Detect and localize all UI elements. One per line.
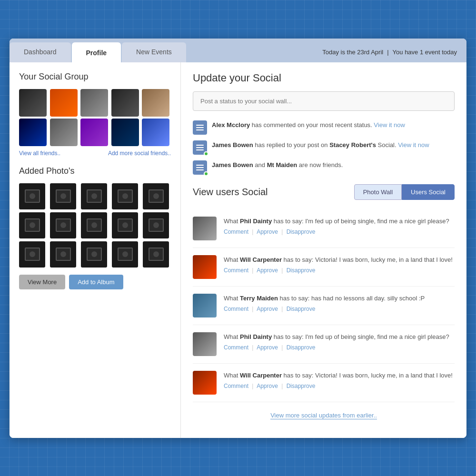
users-social-tab[interactable]: Users Social [402,184,455,200]
activity-action-1: has commented on your most recent status… [252,121,374,129]
post-text-2: What Will Carpenter has to say: Victoria… [224,255,455,265]
post-actions-3: Comment | Approve | Disapprove [224,306,455,312]
event-text: You have 1 event today [393,49,457,56]
approve-link-1[interactable]: Approve [257,228,278,235]
lines-icon-1 [196,125,204,130]
friends-grid [19,89,171,146]
post-content-4: What Phil Dainty has to say: I'm fed up … [224,332,455,356]
disapprove-link-4[interactable]: Disapprove [287,344,316,351]
friend-avatar-3[interactable] [80,89,108,117]
friend-avatar-6[interactable] [19,119,47,146]
post-content-2: What Will Carpenter has to say: Victoria… [224,255,455,279]
disapprove-link-3[interactable]: Disapprove [287,306,316,312]
post-text-1: What Phil Dainty has to say: I'm fed up … [224,217,455,226]
post-actions-5: Comment | Approve | Disapprove [224,383,455,389]
view-more-link[interactable]: View more social updates from earlier.. [270,412,377,419]
disapprove-link-5[interactable]: Disapprove [287,383,316,389]
friend-avatar-9[interactable] [111,119,139,146]
line [196,125,204,126]
friend-avatar-8[interactable] [80,119,108,146]
view-more-section: View more social updates from earlier.. [193,402,455,428]
activity-author-2: James Bowen [212,141,253,149]
line [196,129,204,130]
sep: | [281,383,283,389]
friends-links: View all friends.. Add more social frien… [19,150,171,157]
post-avatar-3 [193,294,217,317]
post-1: What Phil Dainty has to say: I'm fed up … [193,209,455,248]
activity-feed: Alex Mcclory has commented on your most … [193,120,455,175]
view-more-button[interactable]: View More [19,275,65,289]
post-author-5: Will Carpenter [240,372,282,379]
tab-dashboard[interactable]: Dashboard [10,42,71,62]
date-text: Today is the 23rd April [322,49,383,56]
photo-thumb-3[interactable] [81,183,107,209]
add-more-friends-link[interactable]: Add more social friends.. [108,150,171,157]
sep: | [252,383,253,389]
add-to-album-button[interactable]: Add to Album [69,275,123,289]
lines-icon-2 [196,145,204,150]
sep: | [252,267,253,274]
activity-item-2: James Bowen has replied to your post on … [193,140,455,155]
disapprove-link-1[interactable]: Disapprove [287,228,316,235]
photo-thumb-1[interactable] [19,183,45,209]
friend-avatar-5[interactable] [142,89,169,117]
approve-link-2[interactable]: Approve [257,267,278,274]
comment-link-2[interactable]: Comment [224,267,248,274]
photo-thumb-13[interactable] [81,241,107,268]
activity-link-2[interactable]: View it now [398,141,429,149]
photo-thumb-12[interactable] [50,241,76,268]
photo-wall-tab[interactable]: Photo Wall [354,184,402,200]
main-content: Your Social Group View all friends.. Add… [10,62,466,438]
tab-profile[interactable]: Profile [72,42,121,62]
update-title: Update your Social [193,72,455,84]
friend-avatar-7[interactable] [50,119,78,146]
post-avatar-5 [193,371,217,395]
comment-link-1[interactable]: Comment [224,228,248,235]
status-input[interactable] [193,91,455,111]
photo-thumb-4[interactable] [112,183,138,209]
activity-link-1[interactable]: View it now [374,121,405,129]
photo-thumb-9[interactable] [112,212,138,238]
post-content-3: What Terry Maiden has to say: has had no… [224,294,455,317]
line [196,167,204,168]
comment-link-5[interactable]: Comment [224,383,248,389]
post-actions-2: Comment | Approve | Disapprove [224,267,455,274]
activity-item-1: Alex Mcclory has commented on your most … [193,120,455,135]
activity-icon-1 [193,120,207,135]
photo-thumb-11[interactable] [19,241,45,268]
social-group-title: Your Social Group [19,72,171,82]
disapprove-link-2[interactable]: Disapprove [287,267,316,274]
photo-thumb-6[interactable] [19,212,45,238]
approve-link-4[interactable]: Approve [257,344,278,351]
photo-thumb-8[interactable] [81,212,107,238]
friend-avatar-1[interactable] [19,89,47,117]
friend-avatar-4[interactable] [111,89,139,117]
photo-thumb-10[interactable] [143,212,169,238]
line [196,165,204,166]
tab-new-events[interactable]: New Events [122,42,186,62]
approve-link-5[interactable]: Approve [257,383,278,389]
online-badge [204,151,208,156]
line [196,145,204,146]
comment-link-4[interactable]: Comment [224,344,248,351]
line [196,147,204,148]
activity-author-1: Alex Mcclory [212,121,250,129]
line [196,149,204,150]
view-all-friends-link[interactable]: View all friends.. [19,150,60,157]
comment-link-3[interactable]: Comment [224,306,248,312]
main-window: Dashboard Profile New Events Today is th… [10,39,466,438]
photo-thumb-14[interactable] [112,241,138,268]
photo-thumb-15[interactable] [143,241,169,268]
approve-link-3[interactable]: Approve [257,306,278,312]
tabs-bar: Dashboard Profile New Events Today is th… [10,39,466,62]
photo-thumb-2[interactable] [50,183,76,209]
photo-thumb-7[interactable] [50,212,76,238]
social-posts: What Phil Dainty has to say: I'm fed up … [193,209,455,402]
photo-thumb-5[interactable] [143,183,169,209]
friend-avatar-2[interactable] [50,89,78,117]
post-author-4: Phil Dainty [240,333,272,340]
right-panel: Update your Social Alex Mcclory has co [181,62,466,438]
post-text-4: What Phil Dainty has to say: I'm fed up … [224,332,455,342]
event-info: Today is the 23rd April | You have 1 eve… [313,42,466,62]
friend-avatar-10[interactable] [142,119,169,146]
